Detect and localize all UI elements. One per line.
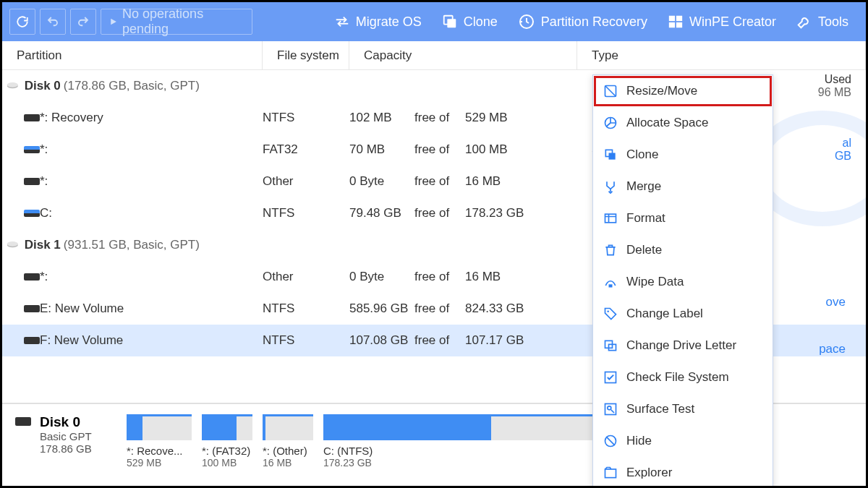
pie-icon xyxy=(603,116,618,130)
svg-rect-3 xyxy=(669,16,675,21)
partition-fs: FAT32 xyxy=(263,142,349,157)
menu-clone[interactable]: Clone xyxy=(593,139,773,171)
partition-fs: Other xyxy=(263,270,349,284)
trash-icon xyxy=(603,243,618,257)
right-info: Used 96 MB al GB xyxy=(765,73,851,163)
svg-rect-6 xyxy=(676,22,682,27)
migrate-os-button[interactable]: Migrate OS xyxy=(324,2,432,41)
used-value: 96 MB xyxy=(765,86,851,99)
diskmap-block[interactable]: *: (Other) 16 MB xyxy=(263,414,313,468)
capacity-used: 585.96 GB xyxy=(349,301,414,316)
disk-icon xyxy=(15,417,31,426)
capacity-total: 16 MB xyxy=(465,270,545,284)
refresh-button[interactable] xyxy=(9,9,35,35)
tag-icon xyxy=(603,307,618,321)
menu-check-file-system[interactable]: Check File System xyxy=(593,361,773,393)
menu-change-drive-letter[interactable]: Change Drive Letter xyxy=(593,330,773,361)
partition-fs: NTFS xyxy=(263,206,349,221)
svg-point-17 xyxy=(607,310,609,312)
menu-delete[interactable]: Delete xyxy=(593,234,773,266)
partition-icon xyxy=(24,337,40,344)
capacity-freeof: free of xyxy=(414,174,465,189)
menu-wipe-data[interactable]: Wipe Data xyxy=(593,266,773,298)
diskmap-disk-name: Disk 0 xyxy=(40,414,127,430)
diskmap-disk-type: Basic GPT xyxy=(40,430,127,442)
menu-explorer[interactable]: Explorer xyxy=(593,457,773,488)
menu-hide[interactable]: Hide xyxy=(593,425,773,457)
col-type[interactable]: Type xyxy=(577,41,866,69)
menu-merge[interactable]: Merge xyxy=(593,171,773,202)
col-capacity[interactable]: Capacity xyxy=(349,41,577,69)
right-link-move[interactable]: ove xyxy=(826,295,846,309)
menu-allocate-space[interactable]: Allocate Space xyxy=(593,107,773,139)
partition-icon xyxy=(24,114,40,121)
menu-item-label: Clone xyxy=(626,147,658,162)
partition-icon xyxy=(24,210,40,217)
menu-surface-test[interactable]: Surface Test xyxy=(593,393,773,425)
capacity-used: 70 MB xyxy=(349,142,414,157)
partition-label: C: xyxy=(40,206,52,221)
menu-item-label: Format xyxy=(626,211,665,226)
undo-button[interactable] xyxy=(40,9,66,35)
right-link-space[interactable]: pace xyxy=(819,342,846,356)
capacity-freeof: free of xyxy=(414,111,465,125)
diskmap-block[interactable]: *: (FAT32) 100 MB xyxy=(202,414,252,468)
diskmap-disk-info: Disk 0 Basic GPT 178.86 GB xyxy=(40,414,127,455)
block-label: *: (FAT32) xyxy=(202,445,252,457)
svg-point-10 xyxy=(7,241,18,247)
svg-rect-14 xyxy=(609,153,616,160)
menu-item-label: Change Drive Letter xyxy=(626,338,736,353)
block-size: 529 MB xyxy=(127,457,192,468)
capacity-total: 16 MB xyxy=(465,174,545,189)
capacity-total: 100 MB xyxy=(465,142,545,157)
menu-item-label: Resize/Move xyxy=(626,84,697,98)
tools-button[interactable]: Tools xyxy=(786,2,859,41)
info-fragment-al: al xyxy=(765,137,851,150)
svg-point-8 xyxy=(7,82,18,87)
menu-change-label[interactable]: Change Label xyxy=(593,298,773,330)
letter-icon xyxy=(603,338,618,353)
capacity-used: 0 Byte xyxy=(349,174,414,189)
context-menu: Resize/MoveAllocate SpaceCloneMergeForma… xyxy=(592,74,773,488)
redo-button[interactable] xyxy=(70,9,96,35)
used-label: Used xyxy=(765,73,851,86)
resize-icon xyxy=(603,84,618,98)
menu-format[interactable]: Format xyxy=(593,202,773,234)
svg-point-22 xyxy=(608,406,611,410)
capacity-total: 178.23 GB xyxy=(465,206,545,221)
svg-rect-16 xyxy=(609,284,613,287)
pending-operations-label: No operations pending xyxy=(122,7,244,37)
menu-item-label: Hide xyxy=(626,434,652,448)
menu-resize-move[interactable]: Resize/Move xyxy=(593,75,773,107)
capacity-freeof: free of xyxy=(414,270,465,284)
partition-icon xyxy=(24,178,40,185)
copy-icon xyxy=(603,147,618,162)
partition-icon xyxy=(24,305,40,312)
svg-rect-4 xyxy=(676,16,682,21)
format-icon xyxy=(603,211,618,226)
partition-label: F: New Volume xyxy=(40,333,123,348)
winpe-creator-button[interactable]: WinPE Creator xyxy=(658,2,786,41)
capacity-used: 102 MB xyxy=(349,111,414,125)
partition-icon xyxy=(24,273,40,281)
surface-icon xyxy=(603,402,618,416)
capacity-used: 0 Byte xyxy=(349,270,414,284)
toolbar: No operations pending Migrate OS Clone P… xyxy=(2,2,866,41)
partition-label: E: New Volume xyxy=(40,301,124,316)
partition-fs: Other xyxy=(263,174,349,189)
partition-recovery-button[interactable]: Partition Recovery xyxy=(508,2,658,41)
hide-icon xyxy=(603,434,618,448)
column-headers: Partition File system Capacity Type xyxy=(2,41,866,70)
capacity-used: 107.08 GB xyxy=(349,333,414,348)
partition-label: *: Recovery xyxy=(40,111,103,125)
disk-icon xyxy=(7,81,21,91)
disk-icon xyxy=(7,240,21,250)
pending-operations-button[interactable]: No operations pending xyxy=(101,9,252,35)
svg-rect-15 xyxy=(605,214,616,223)
capacity-freeof: free of xyxy=(414,142,465,157)
col-filesystem[interactable]: File system xyxy=(263,41,349,69)
clone-button[interactable]: Clone xyxy=(432,2,508,41)
capacity-total: 824.33 GB xyxy=(465,301,545,316)
diskmap-block[interactable]: *: Recove... 529 MB xyxy=(127,414,192,468)
col-partition[interactable]: Partition xyxy=(2,41,263,69)
